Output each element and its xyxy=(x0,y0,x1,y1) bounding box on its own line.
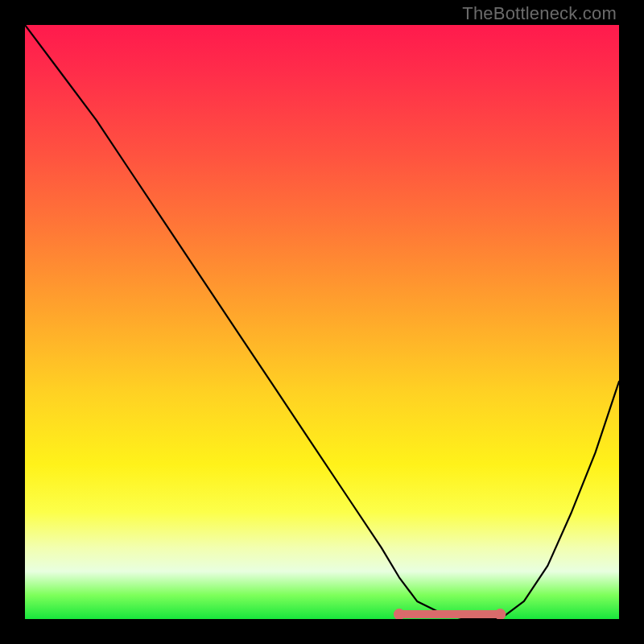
watermark-text: TheBottleneck.com xyxy=(462,3,617,24)
bottleneck-curve xyxy=(25,25,619,619)
marker-right xyxy=(494,609,506,619)
plot-area xyxy=(25,25,619,619)
marker-left xyxy=(394,609,405,619)
chart-svg xyxy=(25,25,619,619)
outer-frame: TheBottleneck.com xyxy=(0,0,644,644)
curve-group xyxy=(25,25,619,619)
